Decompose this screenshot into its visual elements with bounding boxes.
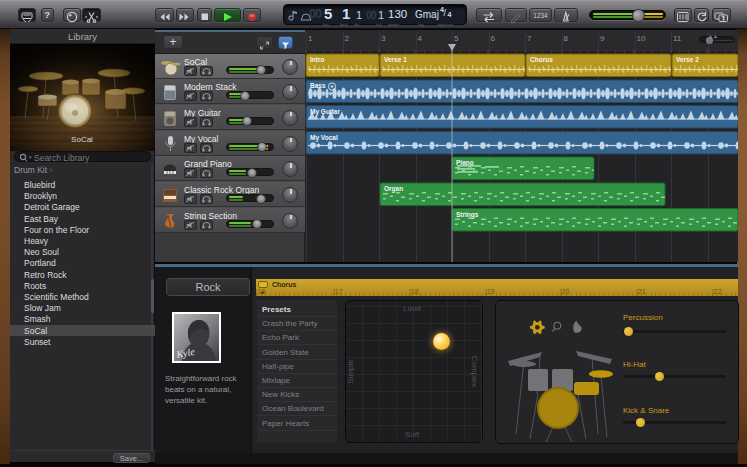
svg-text:My Guitar: My Guitar [310,108,340,116]
svg-text:Bass: Bass [310,82,326,89]
svg-text:My Vocal: My Vocal [310,134,338,142]
svg-text:Piano: Piano [456,159,474,166]
svg-text:Strings: Strings [456,211,479,219]
svg-text:Verse 2: Verse 2 [676,56,699,63]
svg-text:Chorus: Chorus [530,56,553,63]
svg-text:SoCal: SoCal [71,135,93,144]
svg-text:Intro: Intro [310,56,324,63]
svg-text:Organ: Organ [384,185,403,193]
svg-text:Verse 1: Verse 1 [384,56,407,63]
